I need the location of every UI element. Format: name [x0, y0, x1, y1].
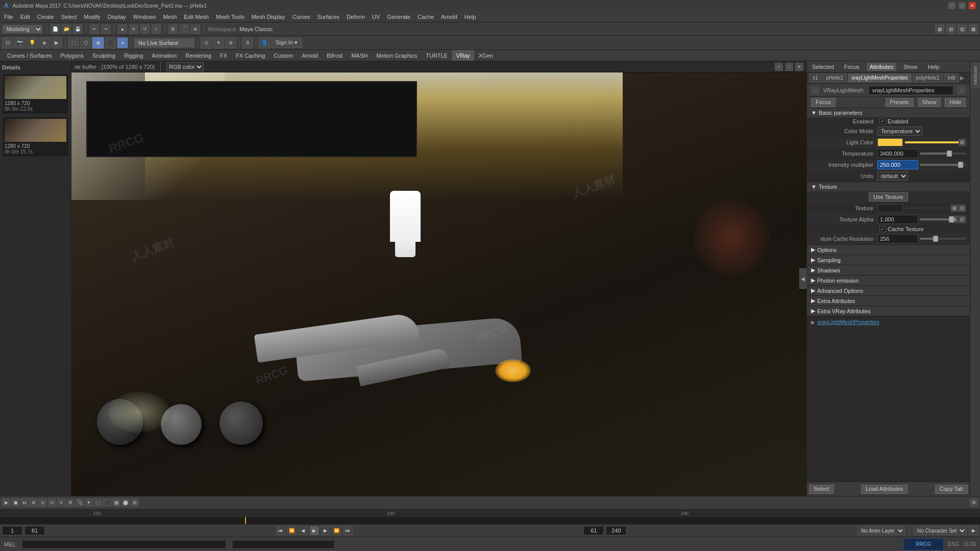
advanced-header[interactable]: ▶ Advanced Options: [807, 286, 970, 295]
undo-icon[interactable]: ↩: [90, 24, 99, 34]
menu-edit[interactable]: Edit: [20, 14, 30, 20]
menu-display[interactable]: Display: [108, 14, 126, 20]
menu-uv[interactable]: UV: [372, 14, 380, 20]
rrcg-logo[interactable]: RRCG: [903, 538, 944, 550]
menu-deform[interactable]: Deform: [347, 14, 365, 20]
use-texture-button[interactable]: Use Texture: [869, 192, 908, 202]
bc-tab-4[interactable]: initi: [944, 73, 959, 83]
current-anim-frame[interactable]: 61: [24, 526, 45, 535]
texture-picker-btn2[interactable]: ⊡: [959, 205, 966, 212]
presets-button[interactable]: Presets: [886, 98, 914, 107]
solid-icon[interactable]: ●: [117, 37, 128, 48]
tl-icon3[interactable]: ⏯: [20, 498, 29, 507]
light-color-swatch[interactable]: [877, 138, 903, 146]
intensity-value[interactable]: 250.000: [877, 160, 918, 169]
transport-prev-frame[interactable]: ◀: [299, 526, 308, 535]
bc-tab-3[interactable]: polyHelix1: [913, 73, 943, 83]
user-icon[interactable]: 👤: [259, 37, 270, 48]
start-frame-num[interactable]: 1: [2, 526, 22, 535]
color-mode-select[interactable]: RGB color: [166, 62, 204, 71]
extra-attr-header[interactable]: ▶ Extra Attributes: [807, 296, 970, 306]
options-header[interactable]: ▶ Options: [807, 245, 970, 255]
light-color-picker-btn[interactable]: ⊞: [959, 139, 966, 146]
tl-icon2[interactable]: ◼: [11, 498, 19, 507]
open-scene-icon[interactable]: 📂: [62, 24, 71, 34]
tl-icon6[interactable]: ⊙: [48, 498, 56, 507]
render-icon[interactable]: ▶: [51, 37, 62, 48]
tl-icon9[interactable]: 📎: [76, 498, 84, 507]
header-selected-btn[interactable]: Selected: [809, 63, 837, 71]
header-help-btn[interactable]: Help: [925, 63, 943, 71]
camera-icon[interactable]: 📷: [14, 37, 26, 48]
bc-tab-1[interactable]: pHelix1: [823, 73, 847, 83]
vtab-attributes[interactable]: Attributes: [971, 63, 979, 88]
layout-icon4[interactable]: ▩: [969, 24, 978, 34]
ribbon-curves-surfaces[interactable]: Curves / Surfaces: [3, 50, 56, 61]
ribbon-fx[interactable]: FX: [216, 50, 231, 61]
ribbon-vray[interactable]: VRay: [452, 50, 474, 61]
menu-mesh-display[interactable]: Mesh Display: [252, 14, 285, 20]
units-select[interactable]: default: [877, 171, 908, 181]
intensity-slider[interactable]: [920, 164, 966, 166]
menu-cache[interactable]: Cache: [418, 14, 434, 20]
playhead[interactable]: [245, 517, 246, 525]
temperature-slider[interactable]: [920, 153, 966, 155]
header-show-btn[interactable]: Show: [900, 63, 921, 71]
tl-icon4[interactable]: ⊕: [30, 498, 38, 507]
tl-icon1[interactable]: ▶: [2, 498, 10, 507]
minimize-button[interactable]: −: [948, 2, 955, 9]
character-set-select[interactable]: No Character Set: [914, 526, 967, 535]
texture-icon[interactable]: ⬛: [105, 37, 116, 48]
render-item-1[interactable]: 1280 x 720 0h 0m 22.6s: [2, 73, 69, 114]
transport-prev-key[interactable]: ⏪: [287, 526, 297, 535]
command-line[interactable]: [22, 540, 226, 548]
maximize-button[interactable]: □: [959, 2, 966, 9]
enabled-checkbox[interactable]: [879, 118, 886, 124]
ribbon-bifrost[interactable]: Bifrost: [323, 50, 347, 61]
tl-icon5[interactable]: ⊖: [39, 498, 47, 507]
tl-icon7[interactable]: ≡: [57, 498, 65, 507]
menu-create[interactable]: Create: [37, 14, 54, 20]
menu-surfaces[interactable]: Surfaces: [317, 14, 339, 20]
total-frames-num[interactable]: 240: [606, 526, 626, 535]
ribbon-xgen[interactable]: XGen: [475, 50, 497, 61]
close-button[interactable]: ✕: [969, 2, 976, 9]
cache-texture-checkbox[interactable]: [879, 226, 886, 232]
isolate-icon[interactable]: ⊙: [201, 37, 212, 48]
texture-alpha-btn2[interactable]: ⊡: [959, 216, 966, 223]
header-attributes-btn[interactable]: Attributes: [867, 63, 896, 71]
save-scene-icon[interactable]: 💾: [73, 24, 82, 34]
layout-icon2[interactable]: ▧: [946, 24, 955, 34]
tl-icon12[interactable]: ⬛: [103, 498, 111, 507]
new-scene-icon[interactable]: 📄: [51, 24, 60, 34]
vraylightmesh-icon2[interactable]: □: [958, 86, 966, 94]
texture-alpha-slider[interactable]: [920, 218, 950, 220]
ribbon-polygons[interactable]: Polygons: [56, 50, 87, 61]
move-tool-icon[interactable]: ✛: [129, 24, 138, 34]
temperature-value[interactable]: 3400.000: [877, 149, 918, 158]
menu-windows[interactable]: Windows: [133, 14, 156, 20]
snap-to-poly-icon[interactable]: ⊡: [2, 37, 13, 48]
menu-curves[interactable]: Curves: [292, 14, 310, 20]
current-frame-display[interactable]: 61: [583, 526, 604, 535]
extra-vray-header[interactable]: ▶ Extra VRay Attributes: [807, 306, 970, 316]
ribbon-rigging[interactable]: Rigging: [120, 50, 147, 61]
focus-button[interactable]: Focus: [811, 98, 836, 107]
redo-icon[interactable]: ↪: [101, 24, 110, 34]
select-tool-icon[interactable]: ▲: [118, 24, 127, 34]
snap-grid-icon[interactable]: ⊞: [168, 24, 178, 34]
ribbon-animation[interactable]: Animation: [148, 50, 181, 61]
menu-mesh-tools[interactable]: Mesh Tools: [216, 14, 244, 20]
sign-in-button[interactable]: Sign In ▾: [271, 38, 302, 48]
transport-next-key[interactable]: ⏩: [332, 526, 341, 535]
transport-play[interactable]: ▶: [310, 526, 319, 535]
menu-select[interactable]: Select: [61, 14, 77, 20]
ribbon-sculpting[interactable]: Sculpting: [88, 50, 119, 61]
ribbon-arnold[interactable]: Arnold: [298, 50, 322, 61]
shadows-header[interactable]: ▶ Shadows: [807, 265, 970, 275]
side-collapse-handle[interactable]: ◀: [799, 268, 806, 289]
render-region-icon[interactable]: ◈: [39, 37, 50, 48]
transport-next-frame[interactable]: ▶: [321, 526, 330, 535]
show-button[interactable]: Show: [918, 98, 941, 107]
vraylightmesh-icon1[interactable]: □: [811, 86, 819, 94]
